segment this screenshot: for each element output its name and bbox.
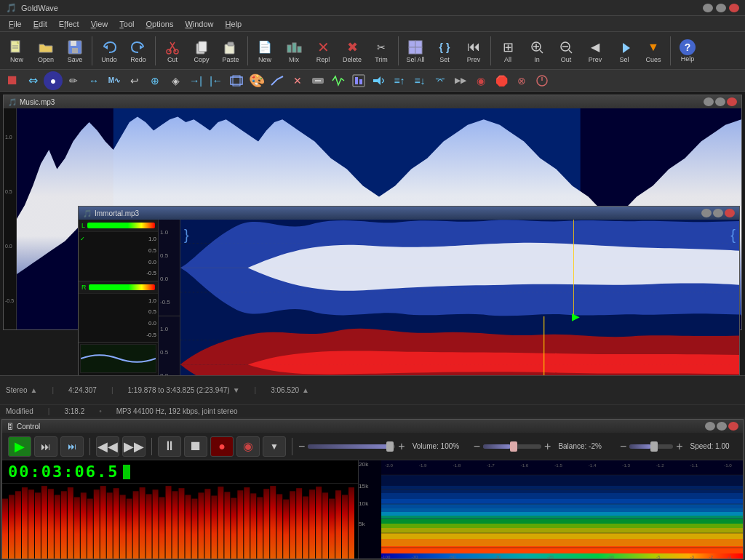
t2-fade-btn[interactable] [268,71,287,90]
redo-button[interactable]: Redo [124,34,152,68]
pos-dropdown[interactable]: ▲ [302,386,309,394]
control-minimize-button[interactable] [705,422,715,431]
t2-btn17[interactable] [329,71,348,90]
control-close-button[interactable] [728,422,738,431]
help-button[interactable]: ? Help [674,34,701,68]
t2-btn16[interactable] [308,71,327,90]
t2-btn20[interactable]: ≡↑ [390,71,409,90]
copy-button[interactable]: Copy [188,34,215,68]
record-button[interactable]: ● [210,436,234,457]
t2-btn12[interactable] [227,71,246,90]
bal-minus[interactable]: − [474,440,480,453]
sel-button[interactable]: Sel [610,34,638,68]
t2-btn5[interactable]: ↔ [84,71,103,90]
immortal-maximize-button[interactable] [713,209,723,217]
menu-help[interactable]: Help [220,18,248,30]
stop-btn[interactable]: ⏹ [3,71,22,90]
menu-options[interactable]: Options [140,18,180,30]
balance-slider[interactable] [483,444,541,449]
paste-button[interactable]: Paste [217,34,244,68]
t2-btn9[interactable]: ◈ [166,71,185,90]
t2-btn13[interactable]: 🎨 [247,71,266,90]
t2-btn24[interactable]: ◉ [471,71,490,90]
menu-edit[interactable]: Edit [28,18,53,30]
t2-btn27[interactable] [533,71,551,90]
control-maximize-button[interactable] [717,422,727,431]
undo-button[interactable]: Undo [95,34,123,68]
t2-btn23[interactable]: ▶▶ [451,71,470,90]
open-button[interactable]: Open [32,34,60,68]
t2-btn11[interactable]: |← [207,71,226,90]
new-button[interactable]: New [3,34,31,68]
speed-minus[interactable]: − [620,440,626,453]
t2-btn3[interactable]: ● [44,71,63,90]
t2-btn21[interactable]: ≡↓ [410,71,429,90]
speed-slider[interactable] [629,444,673,449]
svg-rect-154 [296,488,302,559]
t2-btn2[interactable]: ⇔ [23,71,42,90]
volume-slider[interactable] [308,444,395,449]
next-start-button[interactable]: ⏭ [34,436,57,457]
all-button[interactable]: ⊞ All [494,34,522,68]
menu-file[interactable]: File [3,18,28,30]
vol-minus[interactable]: − [298,440,305,453]
app-close-button[interactable] [729,4,739,12]
stop-button[interactable]: ⏹ [184,436,207,457]
menu-view[interactable]: View [85,18,114,30]
zoomprev-button[interactable]: ◀ Prev [581,34,609,68]
speed-plus[interactable]: + [676,440,682,453]
t2-btn22[interactable]: ⌤ [431,71,450,90]
monitor-button[interactable]: ◉ [236,436,260,457]
zoomout-button[interactable]: Out [552,34,580,68]
prev-button[interactable]: ⏮ Prev [460,34,487,68]
playback-options-button[interactable]: ▼ [263,436,286,457]
vol-plus[interactable]: + [398,440,405,453]
fastforward-button[interactable]: ▶▶ [122,436,146,457]
prev-icon: ⏮ [465,39,482,56]
status-sep5: • [99,407,102,415]
t2-btn7[interactable]: ↩ [125,71,144,90]
sel-dropdown[interactable]: ▼ [233,386,240,394]
pause-button[interactable]: ⏸ [158,436,181,457]
t2-btn10[interactable]: →| [186,71,205,90]
svg-rect-160 [335,490,341,559]
t2-btn25[interactable]: 🛑 [492,71,511,90]
zoomin-button[interactable]: In [523,34,551,68]
mix-button[interactable]: Mix [280,34,308,68]
immortal-minimize-button[interactable] [701,209,712,217]
immortal-close-button[interactable] [725,209,735,217]
t2-btn26[interactable]: ⊗ [512,71,531,90]
t2-btn8[interactable]: ⊕ [146,71,164,90]
menu-effect[interactable]: Effect [53,18,85,30]
status-bar: Stereo ▲ | 4:24.307 | 1:19.878 to 3:43.8… [0,375,745,404]
t2-btn4[interactable]: ✏ [64,71,83,90]
svg-rect-137 [185,495,191,559]
t2-btn18[interactable] [349,71,368,90]
bal-plus[interactable]: + [544,440,551,453]
app-maximize-button[interactable] [716,4,726,12]
new2-button[interactable]: 📄 New [251,34,279,68]
delete-button[interactable]: ✖ Delete [338,34,366,68]
set-button[interactable]: { } Set [431,34,458,68]
menu-window[interactable]: Window [179,18,219,30]
t2-btn6[interactable]: M∿ [105,71,124,90]
t2-btn15[interactable]: ✕ [288,71,307,90]
music-minimize-button[interactable] [704,97,714,106]
music-maximize-button[interactable] [715,97,725,106]
trim-button[interactable]: ✂ Trim [367,34,395,68]
menu-tool[interactable]: Tool [113,18,140,30]
repl-button[interactable]: ✕ Repl [309,34,337,68]
t2-vol-btn[interactable] [370,71,389,90]
selall-button[interactable]: Sel All [402,34,429,68]
rewind-button[interactable]: ◀◀ [96,436,119,457]
cut-button[interactable]: Cut [159,34,186,68]
play-button[interactable]: ▶ [8,436,31,457]
mode-dropdown[interactable]: ▲ [30,386,37,394]
cues-button[interactable]: ▼ Cues [640,34,667,68]
skip-end-button[interactable]: ⏭ [60,436,84,457]
app-minimize-button[interactable] [703,4,713,12]
music-close-button[interactable] [727,97,737,106]
svg-rect-16 [228,42,234,46]
save-button[interactable]: Save [61,34,89,68]
svg-rect-125 [107,492,113,559]
